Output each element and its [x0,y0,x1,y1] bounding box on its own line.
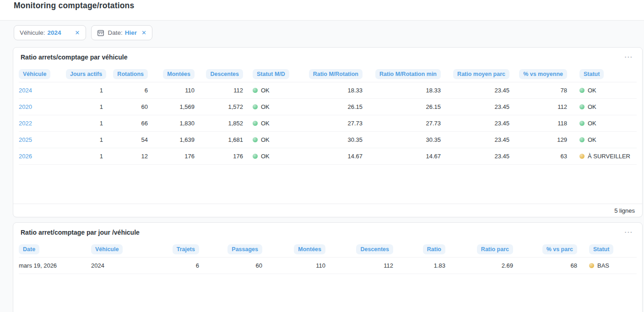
table-row: 2026112176176OK14.6714.6723.4563À SURVEI… [19,148,637,164]
table-wrap: VéhiculeJours actifsRotationsMontéesDesc… [13,67,642,204]
vehicle-link[interactable]: 2020 [19,103,32,110]
cell-ratio-parc: 2.69 [449,257,517,274]
status-label: BAS [597,262,609,269]
column-descentes: Descentes [329,242,397,257]
close-icon[interactable]: ✕ [141,30,146,36]
filter-chip-vehicule[interactable]: Véhicule: 2024 ✕ [14,25,86,40]
cell-rotations: 6 [107,82,152,98]
cell-pct-vs-moyenne: 112 [513,98,571,115]
status-dot-ok [579,121,584,126]
filter-chip-date-value[interactable]: Hier [125,29,137,36]
cell-trajets: 6 [152,257,203,274]
card-ratio-par-vehicule: Ratio arrets/comptage par véhicule ... V… [13,47,643,217]
card-title: Ratio arrets/comptage par véhicule [21,54,127,61]
ellipsis-menu-icon[interactable]: ... [623,229,634,232]
cell-rotations: 60 [107,98,152,115]
column-header-passages[interactable]: Passages [227,244,262,254]
column-vehicule: Véhicule [87,242,152,257]
column-header-statut-md[interactable]: Statut M/D [253,69,289,79]
table-row: 20201601,5691,572OK26.1526.1523.45112OK [19,98,637,115]
column-header-rotations[interactable]: Rotations [113,69,148,79]
column-header-ratio-parc[interactable]: Ratio parc [477,244,513,254]
column-header-date[interactable]: Date [19,244,39,254]
cell-statut-md: OK [247,115,305,131]
column-header-montees[interactable]: Montées [294,244,325,254]
table-ratio-par-vehicule: VéhiculeJours actifsRotationsMontéesDesc… [19,67,637,165]
cell-montees: 176 [152,148,198,164]
vehicle-link[interactable]: 2024 [19,87,32,94]
column-ratio-moyen-parc: Ratio moyen parc [444,67,513,82]
cell-statut-md: OK [247,131,305,148]
cell-descentes: 176 [198,148,247,164]
column-header-statut[interactable]: Statut [579,69,604,79]
column-ratio: Ratio [397,242,449,257]
cell-ratio: 1.83 [397,257,449,274]
filter-chip-date-label: Date: [108,29,123,36]
cell-montees: 110 [152,82,198,98]
card-head: Ratio arret/comptage par jour /véhicule … [13,223,642,242]
cell-montees: 1,830 [152,115,198,131]
column-header-descentes[interactable]: Descentes [206,69,243,79]
column-header-descentes[interactable]: Descentes [356,244,393,254]
cell-descentes: 112 [198,82,247,98]
column-rotations: Rotations [107,67,152,82]
column-ratio-parc: Ratio parc [449,242,517,257]
status-dot-ok [253,121,258,126]
column-header-vehicule[interactable]: Véhicule [91,244,123,254]
cell-descentes: 112 [329,257,397,274]
column-header-ratio-moyen-parc[interactable]: Ratio moyen parc [453,69,509,79]
cell-ratio-m-rotation: 14.67 [305,148,366,164]
cell-vehicule: 2024 [87,257,152,274]
card-ratio-par-jour: Ratio arret/comptage par jour /véhicule … [13,222,643,312]
status-label: OK [261,87,270,94]
column-ratio-m-rotation: Ratio M/Rotation [305,67,366,82]
column-header-ratio[interactable]: Ratio [423,244,445,254]
column-header-jours-actifs[interactable]: Jours actifs [66,69,106,79]
column-ratio-m-rotation-min: Ratio M/Rotation min [366,67,444,82]
column-header-pct-vs-parc[interactable]: % vs parc [542,244,577,254]
filter-bar: Véhicule: 2024 ✕ Date: Hier ✕ [0,21,644,40]
cell-jours-actifs: 1 [62,148,107,164]
table-ratio-par-jour: DateVéhiculeTrajetsPassagesMontéesDescen… [19,242,637,274]
status-dot-warn [579,154,584,159]
column-header-trajets[interactable]: Trajets [173,244,199,254]
cell-statut: OK [571,115,637,131]
column-pct-vs-parc: % vs parc [517,242,581,257]
vehicle-link[interactable]: 2022 [19,120,32,127]
ellipsis-menu-icon[interactable]: ... [623,54,634,57]
cell-ratio-m-rotation-min: 30.35 [366,131,444,148]
column-date: Date [19,242,87,257]
cell-ratio-m-rotation-min: 14.67 [366,148,444,164]
cell-statut-md: OK [247,82,305,98]
cell-montees: 1,569 [152,98,198,115]
status-dot-ok [253,88,258,93]
column-statut: Statut [581,242,637,257]
cell-jours-actifs: 1 [62,115,107,131]
cell-pct-vs-moyenne: 118 [513,115,571,131]
cell-ratio-m-rotation-min: 18.33 [366,82,444,98]
cell-montees: 1,639 [152,131,198,148]
column-header-ratio-m-rotation-min[interactable]: Ratio M/Rotation min [375,69,441,79]
vehicle-link[interactable]: 2026 [19,153,32,160]
column-header-vehicule[interactable]: Véhicule [19,69,50,79]
status-dot-ok [253,137,258,142]
column-header-montees[interactable]: Montées [163,69,195,79]
close-icon[interactable]: ✕ [75,30,80,36]
status-label: OK [261,103,270,110]
cell-statut-md: OK [247,98,305,115]
column-header-pct-vs-moyenne[interactable]: % vs moyenne [519,69,567,79]
card-head: Ratio arrets/comptage par véhicule ... [13,48,642,67]
cell-pct-vs-parc: 68 [517,257,581,274]
calendar-icon [97,29,104,37]
cell-ratio-m-rotation-min: 27.73 [366,115,444,131]
cell-statut: OK [571,98,637,115]
column-header-ratio-m-rotation[interactable]: Ratio M/Rotation [309,69,363,79]
filter-chip-vehicule-value[interactable]: 2024 [48,29,61,36]
vehicle-link[interactable]: 2025 [19,136,32,143]
status-label: OK [588,87,596,94]
filter-chip-date[interactable]: Date: Hier ✕ [91,25,152,40]
cell-rotations: 54 [107,131,152,148]
column-header-statut[interactable]: Statut [589,244,613,254]
cell-jours-actifs: 1 [62,82,107,98]
cell-ratio-moyen-parc: 23.45 [444,98,513,115]
